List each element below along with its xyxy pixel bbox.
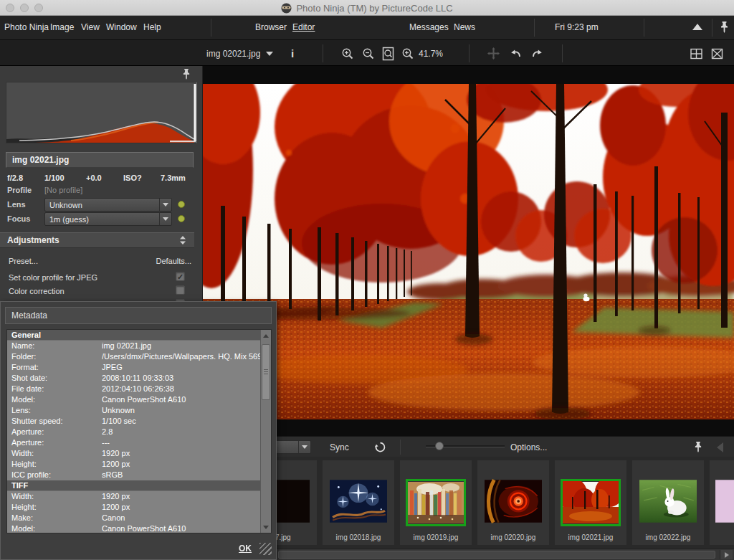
zoom-in-icon [341,47,354,60]
metadata-row: Shot date:2008:10:11 09:33:03 [7,373,260,384]
info-button[interactable]: i [291,40,294,67]
menu-news[interactable]: News [454,22,475,32]
preset-button[interactable]: Preset... [9,257,38,265]
redo-icon [530,47,544,60]
profile-label: Profile [7,186,32,194]
pin-icon [720,22,729,33]
pin-menubar-button[interactable] [720,22,729,33]
menu-window[interactable]: Window [106,22,137,32]
menu-view[interactable]: View [81,22,100,32]
pin-panel-button[interactable] [182,69,191,80]
triangle-up-icon [692,24,702,30]
options-button[interactable]: Options... [510,437,547,457]
metadata-row-value: Canon PowerShot A610 [102,523,260,533]
menu-divider [644,19,644,37]
metadata-ok-button[interactable]: OK [239,544,252,554]
defaults-button[interactable]: Defaults... [156,257,191,265]
mode-tab-editor[interactable]: Editor [292,22,315,32]
menu-help[interactable]: Help [143,22,161,32]
reset-button[interactable] [374,437,386,457]
metadata-row-label: File date: [7,384,102,394]
metadata-row-value: /Users/dmx/Pictures/Wallpapers. HQ. Mix … [102,351,260,362]
photo-canvas[interactable] [203,84,734,419]
grid-view-button[interactable] [690,40,703,67]
filmstrip-scroll-right-button[interactable] [720,550,733,559]
resize-grip[interactable] [259,543,272,555]
metadata-row-value: 1920 px [102,491,260,502]
thumbnail-cell[interactable]: img 02019.jpg [400,460,472,545]
filmstrip-scrollbar-thumb[interactable] [278,551,715,559]
jpeg-profile-checkbox-label: Set color profile for JPEG [9,273,97,282]
focus-dropdown[interactable]: 1m (guess) [44,212,172,226]
thumbnail-image [639,479,697,523]
metadata-row: Format:JPEG [7,362,260,373]
lens-label: Lens [7,200,26,209]
zoom-fit-button[interactable] [381,40,396,67]
menu-messages[interactable]: Messages [409,22,449,32]
chevron-down-icon [159,199,171,211]
metadata-row: Width:1920 px [7,448,260,459]
zoom-out-button[interactable] [362,40,375,67]
collapse-panel-button[interactable] [692,24,702,30]
controlbar-divider [400,440,401,455]
focus-label: Focus [7,214,30,223]
pin-filmstrip-button[interactable] [694,437,702,457]
toolbar-divider [562,44,563,62]
exif-aperture: f/2.8 [7,174,23,182]
file-selector-dropdown[interactable]: img 02021.jpg [206,40,273,67]
sync-button[interactable]: Sync [330,437,349,457]
metadata-row: Folder:/Users/dmx/Pictures/Wallpapers. H… [7,351,260,362]
exif-iso: ISO? [123,174,142,182]
pan-tool-button[interactable] [487,40,500,67]
undo-button[interactable] [509,40,523,67]
file-selector-label: img 02021.jpg [206,49,260,59]
adjustments-header[interactable]: Adjustments [0,232,194,248]
chevron-down-icon [159,213,171,225]
thumbnail-cell[interactable]: img 02018.jpg [323,460,394,545]
metadata-row-label: Shutter speed: [7,416,102,427]
metadata-row-label: Make: [7,513,102,523]
metadata-row-value: 1200 px [102,502,260,513]
zoom-level-button[interactable] [401,40,414,67]
pin-icon [694,442,702,452]
jpeg-profile-checkbox[interactable]: ✓ [176,272,185,281]
thumbnail-label: img 02018.jpg [323,533,394,541]
focus-status-indicator [178,215,185,222]
metadata-row-label: Folder: [7,351,102,362]
metadata-row-label: ICC profile: [7,470,102,480]
menu-divider [534,19,535,37]
zoom-in-button[interactable] [341,40,354,67]
thumbnail-cell[interactable]: img 02021.jpg [555,460,626,545]
menu-divider [712,19,712,37]
zoom-fit-icon [381,47,396,61]
collapse-filmstrip-button[interactable] [717,437,723,457]
toolbar-divider [469,44,470,62]
menu-photo-ninja[interactable]: Photo Ninja [4,22,49,32]
menu-bar: Photo Ninja Image View Window Help Brows… [0,16,734,39]
thumbnail-label: img 02022.jpg [632,533,704,541]
close-view-button[interactable] [711,40,724,67]
color-correction-checkbox[interactable] [176,285,185,295]
profile-value: [No profile] [44,186,82,194]
metadata-scrollbar[interactable] [260,330,271,533]
metadata-section-header: TIFF [7,480,260,491]
triangle-down-icon [263,526,269,529]
move-cross-icon [487,47,500,60]
metadata-panel-title[interactable]: Metadata [5,307,272,324]
metadata-row-label: Format: [7,362,102,373]
metadata-scrollbar-thumb[interactable] [262,344,270,400]
mode-tab-browser[interactable]: Browser [255,22,287,32]
thumbnail-size-slider-handle[interactable] [435,442,444,450]
thumbnail-cell[interactable]: img 02022.jpg [632,460,704,545]
metadata-row-value: img 02021.jpg [102,341,260,351]
thumbnail-cell[interactable] [710,460,734,545]
metadata-row: Height:1200 px [7,502,260,513]
lens-dropdown[interactable]: Unknown [44,198,172,212]
color-correction-checkbox-label: Color correction [9,287,65,295]
thumbnail-cell[interactable]: img 02020.jpg [477,460,549,545]
scroll-down-button[interactable] [261,522,271,532]
redo-button[interactable] [530,40,544,67]
metadata-row: Model:Canon PowerShot A610 [7,523,260,533]
scroll-up-button[interactable] [261,331,271,341]
menu-image[interactable]: Image [50,22,74,32]
